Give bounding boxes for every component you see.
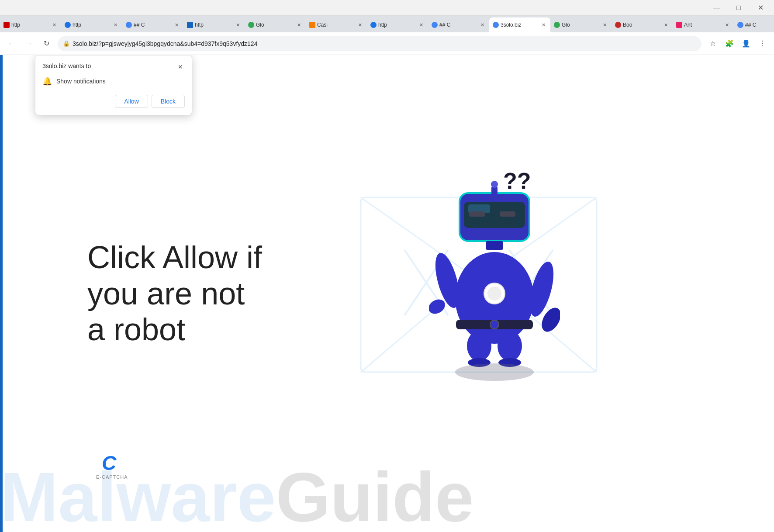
tab-favicon-11 bbox=[615, 22, 621, 28]
tab-favicon-7 bbox=[370, 22, 377, 28]
title-bar: — □ ✕ bbox=[0, 0, 774, 16]
maximize-button[interactable]: □ bbox=[729, 0, 749, 16]
tab-close-8[interactable]: ✕ bbox=[479, 21, 486, 28]
tab-favicon-1 bbox=[3, 22, 10, 28]
close-button[interactable]: ✕ bbox=[750, 0, 771, 16]
svg-point-29 bbox=[498, 331, 522, 361]
tab-2[interactable]: http ✕ bbox=[61, 17, 122, 32]
tab-bar: http ✕ http ✕ ## C ✕ http ✕ Glo ✕ Casi ✕ bbox=[0, 16, 774, 32]
left-edge-bar bbox=[0, 55, 3, 532]
tab-13[interactable]: ## C ✕ bbox=[734, 17, 774, 32]
tab-close-10[interactable]: ✕ bbox=[601, 21, 608, 28]
tab-close-9[interactable]: ✕ bbox=[540, 21, 547, 28]
tab-favicon-8 bbox=[432, 22, 438, 28]
profile-button[interactable]: 👤 bbox=[738, 36, 754, 52]
menu-button[interactable]: ⋮ bbox=[755, 36, 771, 52]
tab-label-11: Boo bbox=[623, 22, 660, 28]
tab-close-3[interactable]: ✕ bbox=[173, 21, 180, 28]
ecaptcha-icon: C bbox=[101, 452, 123, 473]
toolbar-right: ☆ 🧩 👤 ⋮ bbox=[705, 36, 771, 52]
forward-button[interactable]: → bbox=[21, 36, 37, 52]
title-bar-buttons: — □ ✕ bbox=[707, 0, 771, 16]
robot-illustration: ?? bbox=[429, 162, 577, 381]
tab-label-4: http bbox=[195, 22, 232, 28]
tab-7[interactable]: http ✕ bbox=[367, 17, 428, 32]
tab-label-6: Casi bbox=[317, 22, 355, 28]
tab-close-2[interactable]: ✕ bbox=[112, 21, 119, 28]
popup-header: 3solo.biz wants to ✕ bbox=[42, 62, 185, 71]
tab-label-5: Glo bbox=[256, 22, 294, 28]
lock-icon: 🔒 bbox=[63, 40, 70, 47]
bookmark-button[interactable]: ☆ bbox=[705, 36, 721, 52]
tab-8[interactable]: ## C ✕ bbox=[428, 17, 489, 32]
tab-10[interactable]: Glo ✕ bbox=[550, 17, 612, 32]
tab-favicon-13 bbox=[737, 22, 743, 28]
tab-close-5[interactable]: ✕ bbox=[295, 21, 302, 28]
tab-label-7: http bbox=[378, 22, 416, 28]
tab-label-3: ## C bbox=[134, 22, 171, 28]
address-bar[interactable] bbox=[73, 40, 696, 47]
tab-close-4[interactable]: ✕ bbox=[234, 21, 241, 28]
tab-label-12: Ant bbox=[684, 22, 722, 28]
tab-12[interactable]: Ant ✕ bbox=[673, 17, 734, 32]
tab-9-active[interactable]: 3solo.biz ✕ bbox=[489, 17, 550, 32]
tab-favicon-4 bbox=[187, 22, 193, 28]
reload-button[interactable]: ↻ bbox=[38, 36, 54, 52]
svg-rect-18 bbox=[486, 241, 503, 250]
popup-title: 3solo.biz wants to bbox=[42, 62, 91, 69]
minimize-button[interactable]: — bbox=[707, 0, 727, 16]
block-button[interactable]: Block bbox=[152, 95, 185, 108]
tab-favicon-12 bbox=[676, 22, 682, 28]
allow-button[interactable]: Allow bbox=[115, 95, 148, 108]
tab-label-13: ## C bbox=[745, 22, 774, 28]
tab-favicon-3 bbox=[126, 22, 132, 28]
tab-favicon-2 bbox=[65, 22, 71, 28]
tab-4[interactable]: http ✕ bbox=[183, 17, 245, 32]
tab-favicon-10 bbox=[554, 22, 560, 28]
tab-label-8: ## C bbox=[439, 22, 477, 28]
svg-point-23 bbox=[490, 320, 499, 329]
svg-text:C: C bbox=[102, 452, 117, 473]
tab-6[interactable]: Casi ✕ bbox=[306, 17, 367, 32]
tab-label-10: Glo bbox=[562, 22, 599, 28]
svg-point-21 bbox=[487, 287, 501, 301]
notification-text: Show notifications bbox=[56, 78, 106, 85]
notification-popup: 3solo.biz wants to ✕ 🔔 Show notification… bbox=[35, 55, 192, 115]
headline-text: Click Allow if you are not a robot bbox=[87, 239, 271, 348]
tab-5[interactable]: Glo ✕ bbox=[245, 17, 306, 32]
popup-buttons: Allow Block bbox=[42, 95, 185, 108]
extension-button[interactable]: 🧩 bbox=[722, 36, 737, 52]
tab-favicon-6 bbox=[309, 22, 315, 28]
ecaptcha-label: E-CAPTCHA bbox=[96, 474, 128, 480]
svg-point-17 bbox=[491, 181, 498, 188]
tab-1[interactable]: http ✕ bbox=[0, 17, 61, 32]
tab-close-1[interactable]: ✕ bbox=[51, 21, 58, 28]
popup-close-icon: ✕ bbox=[178, 63, 183, 70]
popup-notification-row: 🔔 Show notifications bbox=[42, 76, 185, 86]
popup-close-button[interactable]: ✕ bbox=[176, 62, 185, 71]
tab-favicon-5 bbox=[248, 22, 254, 28]
svg-rect-15 bbox=[500, 211, 515, 217]
address-bar-container: 🔒 bbox=[58, 36, 701, 51]
svg-point-28 bbox=[467, 331, 491, 361]
tab-label-1: http bbox=[11, 22, 49, 28]
svg-point-32 bbox=[455, 363, 534, 381]
tab-close-11[interactable]: ✕ bbox=[662, 21, 669, 28]
svg-rect-14 bbox=[469, 211, 485, 217]
tab-label-2: http bbox=[73, 22, 110, 28]
tab-favicon-9 bbox=[493, 22, 499, 28]
tab-close-6[interactable]: ✕ bbox=[356, 21, 363, 28]
back-button[interactable]: ← bbox=[3, 36, 19, 52]
tab-3[interactable]: ## C ✕ bbox=[122, 17, 183, 32]
browser-window: — □ ✕ http ✕ http ✕ ## C ✕ http ✕ bbox=[0, 0, 774, 532]
tab-label-9: 3solo.biz bbox=[501, 22, 538, 28]
ecaptcha-logo: C E-CAPTCHA bbox=[96, 452, 128, 480]
toolbar: ← → ↻ 🔒 ☆ 🧩 👤 ⋮ bbox=[0, 32, 774, 55]
bell-icon: 🔔 bbox=[42, 76, 52, 86]
svg-text:??: ?? bbox=[503, 168, 531, 193]
page-content: Click Allow if you are not a robot ?? bbox=[0, 55, 774, 532]
tab-11[interactable]: Boo ✕ bbox=[612, 17, 673, 32]
tab-close-7[interactable]: ✕ bbox=[418, 21, 425, 28]
tab-close-12[interactable]: ✕ bbox=[723, 21, 730, 28]
